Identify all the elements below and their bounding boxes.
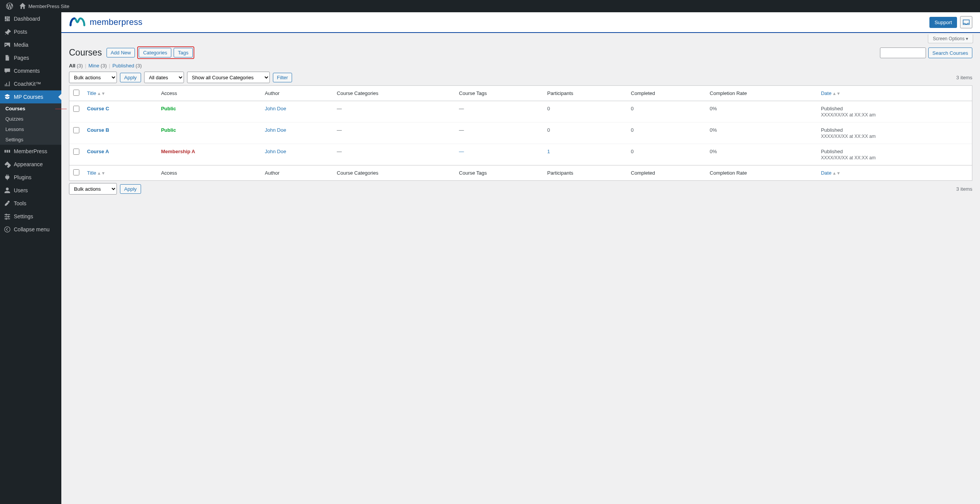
col-author-foot: Author (261, 165, 333, 180)
menu-dashboard[interactable]: Dashboard (0, 12, 61, 25)
bulk-apply-top[interactable]: Apply (120, 73, 141, 82)
col-categories: Course Categories (333, 86, 455, 101)
admin-bar: MemberPress Site (0, 0, 980, 12)
menu-memberpress[interactable]: MemberPress (0, 145, 61, 158)
page-title: Courses (69, 47, 102, 58)
submenu-quizzes[interactable]: Quizzes (0, 114, 61, 124)
cell-tags-link[interactable]: — (459, 149, 464, 154)
filter-all[interactable]: All (69, 63, 76, 69)
memberpress-icon (4, 148, 11, 155)
site-name-menu[interactable]: MemberPress Site (16, 3, 72, 10)
memberpress-brand-text: memberpress (90, 17, 143, 27)
cell-author-link[interactable]: John Doe (265, 106, 286, 111)
pages-icon (4, 54, 11, 61)
media-icon (4, 41, 11, 48)
menu-media[interactable]: Media (0, 38, 61, 51)
category-filter-select[interactable]: Show all Course Categories (187, 72, 270, 83)
select-all-bottom[interactable] (73, 169, 79, 175)
search-courses-button[interactable]: Search Courses (928, 47, 972, 58)
course-title-link[interactable]: Course C (87, 106, 109, 111)
cell-date: PublishedXXXX/XX/XX at XX:XX am (817, 144, 972, 165)
view-filters: All (3) | Mine (3) | Published (3) (69, 63, 972, 69)
select-all-top[interactable] (73, 90, 79, 96)
menu-mp-courses[interactable]: MP Courses (0, 90, 61, 103)
col-access-foot: Access (157, 165, 261, 180)
bulk-actions-select-bottom[interactable]: Bulk actions (69, 183, 117, 195)
site-name-text: MemberPress Site (28, 3, 69, 9)
cell-participants-link[interactable]: 1 (547, 149, 550, 154)
tools-icon (4, 200, 11, 207)
cell-participants: 0 (543, 101, 627, 123)
menu-tools[interactable]: Tools (0, 197, 61, 210)
submenu-settings[interactable]: Settings (0, 134, 61, 145)
main-content: memberpress Support Screen Options ▾ Cou… (61, 12, 980, 212)
memberpress-header: memberpress Support (61, 12, 980, 33)
filter-button[interactable]: Filter (273, 73, 292, 82)
date-filter-select[interactable]: All dates (144, 72, 184, 83)
row-checkbox[interactable] (73, 127, 79, 133)
menu-settings[interactable]: Settings (0, 210, 61, 212)
col-tags: Course Tags (455, 86, 543, 101)
cell-participants: 0 (543, 123, 627, 144)
col-date[interactable]: Date▲▼ (817, 86, 972, 101)
cell-completed: 0 (627, 101, 706, 123)
items-count-bottom: 3 items (956, 186, 972, 192)
bulk-actions-select-top[interactable]: Bulk actions (69, 72, 117, 83)
cell-completed: 0 (627, 123, 706, 144)
menu-users[interactable]: Users (0, 184, 61, 197)
col-participants: Participants (543, 86, 627, 101)
submenu-courses[interactable]: Courses (0, 103, 61, 114)
filter-mine[interactable]: Mine (89, 63, 99, 69)
inbox-button[interactable] (960, 16, 972, 28)
search-box: Search Courses (880, 47, 972, 58)
sort-icon: ▲▼ (97, 171, 105, 175)
submenu-lessons[interactable]: Lessons (0, 124, 61, 134)
categories-button[interactable]: Categories (139, 48, 171, 57)
cell-tags: — (455, 123, 543, 144)
col-completed-foot: Completed (627, 165, 706, 180)
menu-posts[interactable]: Posts (0, 25, 61, 38)
cell-categories: — (333, 123, 455, 144)
row-checkbox[interactable] (73, 149, 79, 155)
wordpress-icon (6, 3, 13, 10)
courses-icon (4, 93, 11, 100)
sort-icon: ▲▼ (832, 91, 840, 96)
chart-icon (4, 80, 11, 87)
sort-icon: ▲▼ (832, 171, 840, 175)
cell-date: PublishedXXXX/XX/XX at XX:XX am (817, 123, 972, 144)
inbox-icon (962, 18, 970, 26)
tags-button[interactable]: Tags (174, 48, 192, 57)
cell-tags: — (455, 101, 543, 123)
search-input[interactable] (880, 47, 926, 58)
row-checkbox[interactable] (73, 106, 79, 112)
menu-plugins[interactable]: Plugins (0, 171, 61, 184)
col-date-foot[interactable]: Date▲▼ (817, 165, 972, 180)
cell-categories: — (333, 101, 455, 123)
cell-author-link[interactable]: John Doe (265, 149, 286, 154)
dashboard-icon (4, 15, 11, 22)
col-title-foot[interactable]: Title▲▼ (83, 165, 157, 180)
support-button[interactable]: Support (929, 17, 957, 28)
cell-completion-rate: 0% (706, 144, 817, 165)
course-title-link[interactable]: Course B (87, 127, 109, 133)
menu-pages[interactable]: Pages (0, 51, 61, 64)
menu-comments[interactable]: Comments (0, 64, 61, 77)
screen-options-toggle[interactable]: Screen Options ▾ (928, 34, 973, 43)
home-icon (19, 3, 26, 10)
course-title-link[interactable]: Course A (87, 149, 109, 154)
menu-appearance[interactable]: Appearance (0, 158, 61, 171)
cell-categories: — (333, 144, 455, 165)
cell-author-link[interactable]: John Doe (265, 127, 286, 133)
bulk-apply-bottom[interactable]: Apply (120, 184, 141, 194)
cell-date: PublishedXXXX/XX/XX at XX:XX am (817, 101, 972, 123)
filter-published[interactable]: Published (112, 63, 134, 69)
pin-icon (4, 28, 11, 35)
col-title[interactable]: Title▲▼ (83, 86, 157, 101)
add-new-button[interactable]: Add New (107, 48, 135, 57)
tablenav-top: Bulk actions Apply All dates Show all Co… (69, 72, 972, 83)
menu-coachkit[interactable]: CoachKit™ (0, 77, 61, 90)
wp-logo-menu[interactable] (3, 3, 16, 10)
col-completion-rate: Completion Rate (706, 86, 817, 101)
courses-table: Title▲▼ Access Author Course Categories … (69, 85, 972, 181)
col-access: Access (157, 86, 261, 101)
